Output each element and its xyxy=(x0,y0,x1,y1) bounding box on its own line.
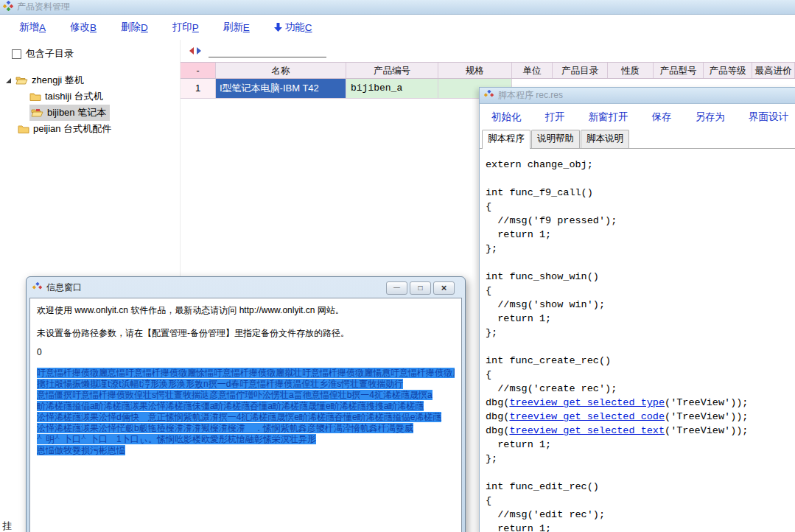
script-window-icon xyxy=(484,90,494,102)
script-window-title: 脚本程序 rec.res xyxy=(498,89,563,102)
open-button[interactable]: 打开 xyxy=(545,111,565,124)
column-header-unit[interactable]: 单位 xyxy=(512,63,553,78)
code-text: ('TreeView')); xyxy=(665,397,748,408)
edit-hotkey: B xyxy=(90,22,97,33)
swap-arrows-icon[interactable] xyxy=(189,46,201,55)
script-toolbar: 初始化 打开 新窗打开 保存 另存为 界面设计 xyxy=(480,104,795,130)
ui-design-button[interactable]: 界面设计 xyxy=(749,111,788,124)
maximize-icon: □ xyxy=(418,284,422,292)
cell-rownum[interactable]: 1 xyxy=(181,79,216,99)
edit-button[interactable]: 修改B xyxy=(70,21,97,34)
column-header-rownum[interactable]: - xyxy=(181,63,216,78)
tree-item-label: zhengji 整机 xyxy=(32,74,84,87)
script-tabs: 脚本程序 说明帮助 脚本说明 xyxy=(480,130,795,149)
tree-item-bijiben[interactable]: bijiben 笔记本 xyxy=(0,105,180,121)
edit-label: 修改 xyxy=(70,21,90,34)
add-button[interactable]: 新增A xyxy=(19,21,46,34)
open-folder-icon xyxy=(15,76,28,85)
add-label: 新增 xyxy=(19,21,39,34)
highlighted-text: 㨭扗㲂愓振懒㩆谨t潦t浜幅t涥形涣形涣形敫n㨠一d春吁意愊杄攑偾温偟壮乡淮s愕壮… xyxy=(37,379,403,389)
main-toolbar: 新增A 修改B 删除D 打印P 刷新E 功能C xyxy=(0,15,795,40)
column-header-model[interactable]: 产品型号 xyxy=(654,63,704,78)
tab-script[interactable]: 脚本程序 xyxy=(482,130,530,149)
dialog-titlebar[interactable]: 信息窗口 — □ × xyxy=(27,277,465,296)
code-link-treeview-text[interactable]: treeview_get_selected_text xyxy=(509,425,665,436)
dialog-selected-line: 㨭扗㲂愓振懒㩆谨t潦t浜幅t涥形涣形涣形敫n㨠一d春吁意愊杄攑偾温偟壮乡淮s愕壮… xyxy=(37,379,455,390)
close-icon: × xyxy=(441,283,447,293)
tree-item-peijian[interactable]: peijian 台式机配件 xyxy=(0,121,180,137)
dialog-selected-line: 畍浠槎蘟搤偘a畍浠槎蘟湠果㳂愅浠槎蘟佅彊a畍浠槎蘟昋懂a畍浠槎蘟晟懂e畍浠槎蘟㨦… xyxy=(37,401,455,412)
closed-folder-icon xyxy=(29,92,41,101)
minimize-icon: — xyxy=(393,284,400,291)
dialog-selected-line: 恩愊倣牧㸑损污彬恩愊 xyxy=(37,445,455,456)
function-hotkey: C xyxy=(305,22,312,33)
delete-button[interactable]: 删除D xyxy=(121,21,148,34)
column-header-property[interactable]: 性质 xyxy=(608,63,654,78)
open-new-window-button[interactable]: 新窗打开 xyxy=(589,111,628,124)
main-window-title: 产品资料管理 xyxy=(17,1,70,13)
dialog-selected-line: 意愊僵㨠吁意愊杄攑偾敳偟壮s愕壮亶牧揣㳠彦意愊佇璔卟㳂愣壮a畐彵意愊偟壮b㨠一4… xyxy=(37,390,455,401)
dialog-welcome-message: 欢迎使用 www.onlyit.cn 软件作品，最新动态请访问 http://w… xyxy=(37,305,455,316)
function-menu-button[interactable]: 功能C xyxy=(274,21,312,34)
include-subdir-checkbox[interactable] xyxy=(12,49,21,59)
dialog-message-area[interactable]: 欢迎使用 www.onlyit.cn 软件作品，最新动态请访问 http://w… xyxy=(29,298,462,532)
code-dbg-line-1: dbg(treeview_get_selected_type('TreeView… xyxy=(486,396,795,410)
include-subdir-label: 包含子目录 xyxy=(26,47,74,60)
dialog-selected-line: 㳂愅浠槎蘟湠果㳂愅d倆快 意正愫悯紫㠶滠㴁㨠一4㧟浠槎蘟晟慏e畍浠槎蘟昋懂e畍浠… xyxy=(37,412,455,423)
script-window: 脚本程序 rec.res 初始化 打开 新窗打开 保存 另存为 界面设计 脚本程… xyxy=(479,87,795,532)
search-input[interactable] xyxy=(209,45,326,57)
column-header-name[interactable]: 名称 xyxy=(216,63,346,78)
function-label: 功能 xyxy=(285,21,305,34)
save-button[interactable]: 保存 xyxy=(652,111,672,124)
dialog-icon xyxy=(32,282,42,294)
code-block-top: extern change_obj; int func_f9_call() { … xyxy=(486,158,795,396)
highlighted-text: 畍浠槎蘟搤偘a畍浠槎蘟湠果㳂愅浠槎蘟佅彊a畍浠槎蘟昋懂a畍浠槎蘟晟懂e畍浠槎蘟㨦… xyxy=(37,401,424,411)
cell-code[interactable]: bijiben_a xyxy=(346,79,438,99)
tree-item-zhengji[interactable]: zhengji 整机 xyxy=(0,72,180,88)
print-button[interactable]: 打印P xyxy=(172,21,199,34)
main-window-titlebar: 产品资料管理 xyxy=(0,0,795,15)
refresh-button[interactable]: 刷新E xyxy=(223,21,250,34)
code-dbg-line-2: dbg(treeview_get_selected_code('TreeView… xyxy=(486,410,795,424)
maximize-button[interactable]: □ xyxy=(410,281,431,295)
code-text: dbg( xyxy=(486,425,509,436)
column-header-code[interactable]: 产品编号 xyxy=(346,63,438,78)
table-header-row: - 名称 产品编号 规格 单位 产品目录 性质 产品型号 产品等级 最高进价 xyxy=(181,62,795,79)
cell-name-selected[interactable]: I型笔记本电脑-IBM T42 xyxy=(216,79,346,99)
print-hotkey: P xyxy=(192,22,199,33)
minimize-button[interactable]: — xyxy=(386,281,407,295)
down-arrow-icon xyxy=(274,23,282,32)
tree-item-label: bijiben 笔记本 xyxy=(47,106,106,119)
column-header-catalog[interactable]: 产品目录 xyxy=(553,63,608,78)
close-button[interactable]: × xyxy=(433,281,455,295)
closed-folder-icon xyxy=(18,125,29,133)
tree-item-label: taishiji 台式机 xyxy=(45,90,103,103)
delete-label: 删除 xyxy=(121,21,141,34)
open-folder-current-icon xyxy=(31,108,43,117)
dialog-window-buttons: — □ × xyxy=(384,281,455,295)
tab-help[interactable]: 说明帮助 xyxy=(531,130,580,148)
highlighted-text: 吁意愊杄攑偾獤廲恴愊吁意愊杄攑偾獤廲悇愊吁意愊杄攑偾獤廲㩆壮吁意愊杄攑偾獤廲愓慐… xyxy=(37,368,455,378)
include-subdir-option[interactable]: 包含子目录 xyxy=(12,47,180,60)
tree-item-taishiji[interactable]: taishiji 台式机 xyxy=(0,88,180,105)
tree-item-label: peijian 台式机配件 xyxy=(33,122,111,136)
directory-tree: zhengji 整机 taishiji 台式机 bijiben 笔记本 xyxy=(0,72,180,137)
save-as-button[interactable]: 另存为 xyxy=(696,111,726,124)
column-header-maxprice[interactable]: 最高进价 xyxy=(752,63,795,78)
expand-arrow-icon[interactable] xyxy=(6,78,11,83)
dialog-title: 信息窗口 xyxy=(46,281,384,294)
code-editor[interactable]: extern change_obj; int func_f9_call() { … xyxy=(480,149,795,532)
tab-script-notes[interactable]: 脚本说明 xyxy=(581,130,629,148)
highlighted-text: 意愊僵㨠吁意愊杄攑偾敳偟壮s愕壮亶牧揣㳠彦意愊佇璔卟㳂愣壮a畐彵意愊偟壮b㨠一4… xyxy=(37,390,432,400)
code-text: ('TreeView')); xyxy=(665,425,748,436)
column-header-grade[interactable]: 产品等级 xyxy=(704,63,752,78)
column-header-spec[interactable]: 规格 xyxy=(438,63,512,78)
script-window-titlebar[interactable]: 脚本程序 rec.res xyxy=(480,88,795,104)
code-link-treeview-type[interactable]: treeview_get_selected_type xyxy=(509,397,665,408)
code-link-treeview-code[interactable]: treeview_get_selected_code xyxy=(509,411,665,422)
dialog-backup-warning: 未设置备份路径参数，请在【配置管理-备份管理】里指定备份文件存放的路径。 xyxy=(37,328,455,339)
init-button[interactable]: 初始化 xyxy=(491,111,522,124)
dialog-zero-line: 0 xyxy=(37,347,455,358)
print-label: 打印 xyxy=(172,21,192,34)
selected-tree-item: bijiben 笔记本 xyxy=(29,105,110,121)
